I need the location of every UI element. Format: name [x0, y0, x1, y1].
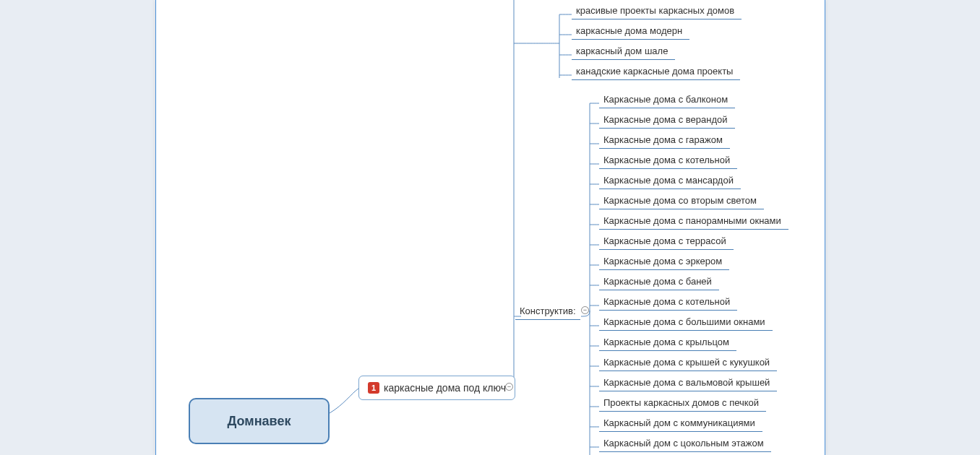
category-label: Конструктив:	[520, 306, 576, 316]
leaf-node[interactable]: Каркасные дома с балконом	[599, 92, 735, 108]
leaf-node[interactable]: Каркасные дома с верандой	[599, 113, 735, 129]
category-node[interactable]: Конструктив:	[515, 303, 580, 320]
leaf-node[interactable]: каркасные дома модерн	[572, 24, 689, 40]
leaf-node[interactable]: Проекты каркасных домов с печкой	[599, 396, 766, 412]
leaf-node[interactable]: Каркасный дом с цокольным этажом	[599, 436, 771, 452]
root-label: Домнавек	[228, 414, 291, 429]
leaf-node[interactable]: Каркасные дома с мансардой	[599, 173, 741, 189]
collapse-toggle[interactable]: −	[581, 306, 589, 314]
leaf-node[interactable]: Каркасные дома со вторым светом	[599, 194, 764, 209]
leaf-node[interactable]: канадские каркасные дома проекты	[572, 64, 740, 80]
leaf-node[interactable]: красивые проекты каркасных домов	[572, 4, 742, 20]
root-node[interactable]: Домнавек	[189, 398, 330, 444]
main-node[interactable]: 1 каркасные дома под ключ	[358, 376, 515, 400]
leaf-node[interactable]: каркасный дом шале	[572, 44, 675, 60]
collapse-toggle[interactable]: −	[505, 383, 513, 391]
leaf-node[interactable]: Каркасные дома с вальмовой крышей	[599, 376, 777, 391]
mindmap-canvas[interactable]: Домнавек 1 каркасные дома под ключ − кра…	[155, 0, 825, 455]
leaf-node[interactable]: Каркасные дома с террасой	[599, 234, 734, 250]
leaf-node[interactable]: Каркасные дома с гаражом	[599, 133, 730, 149]
leaf-node[interactable]: Каркасные дома с котельной	[599, 153, 737, 169]
leaf-node[interactable]: Каркасные дома с котельной	[599, 295, 737, 311]
leaf-node[interactable]: Каркасные дома с эркером	[599, 254, 729, 270]
leaf-node[interactable]: Каркасные дома с большими окнами	[599, 315, 773, 331]
leaf-node[interactable]: Каркасные дома с баней	[599, 274, 719, 290]
leaf-node[interactable]: Каркасные дома с крыльцом	[599, 335, 736, 351]
priority-badge: 1	[368, 382, 379, 394]
main-node-label: каркасные дома под ключ	[384, 382, 506, 394]
leaf-node[interactable]: Каркасные дома с крышей с кукушкой	[599, 355, 777, 371]
leaf-node[interactable]: Каркасный дом с коммуникациями	[599, 416, 762, 432]
leaf-node[interactable]: Каркасные дома с панорамными окнами	[599, 214, 788, 230]
